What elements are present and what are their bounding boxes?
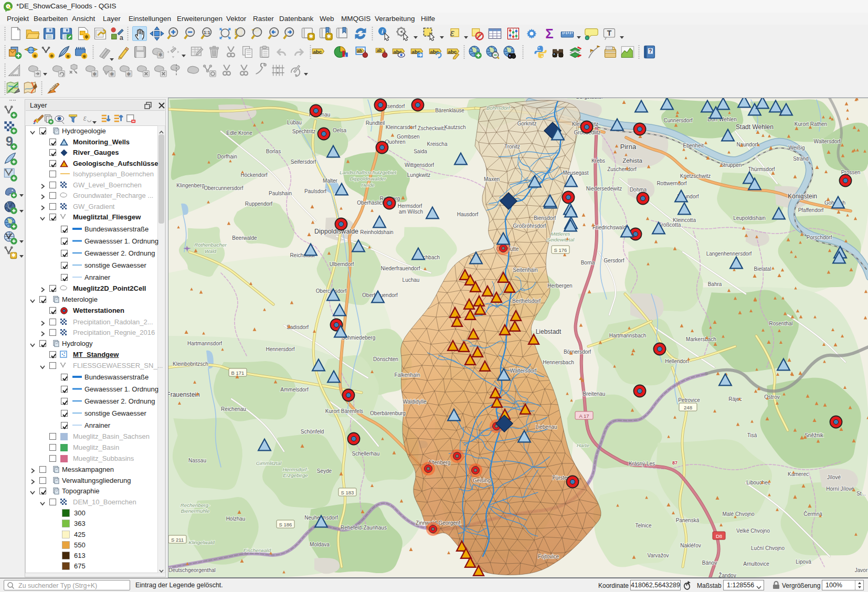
svg-text:ε: ε (83, 114, 87, 122)
svg-text:Stadt Wehlen: Stadt Wehlen (736, 123, 774, 131)
svg-text:Dohma: Dohma (630, 187, 647, 193)
svg-text:Žandov: Žandov (718, 572, 736, 578)
svg-text:Nassau: Nassau (188, 458, 206, 463)
svg-text:Geising: Geising (473, 478, 491, 483)
svg-text:Röthenbacher: Röthenbacher (194, 242, 227, 248)
svg-text:Bielatal: Bielatal (754, 266, 771, 272)
svg-text:Heide: Heide (361, 182, 375, 188)
svg-text:Varvažov: Varvažov (648, 553, 669, 558)
svg-text:Frauenstein: Frauenstein (168, 391, 200, 398)
svg-text:Hartmannsbach: Hartmannsbach (609, 333, 647, 339)
svg-text:87: 87 (672, 460, 678, 466)
svg-text:✱: ✱ (126, 71, 131, 77)
svg-text:Friedrichswalde: Friedrichswalde (592, 225, 629, 230)
svg-text:Markersbach: Markersbach (686, 336, 716, 342)
svg-text:Struppen: Struppen (721, 162, 742, 168)
svg-text:a: a (120, 34, 124, 41)
svg-text:Dorfhain: Dorfhain (217, 154, 237, 160)
svg-text:Rosenthal: Rosenthal (769, 321, 792, 326)
svg-text:Gersdorf: Gersdorf (604, 258, 624, 263)
svg-text:ab: ab (377, 48, 382, 53)
svg-text:Rottwerndorf: Rottwerndorf (657, 181, 686, 186)
svg-text:Liebstadt: Liebstadt (536, 328, 562, 335)
svg-text:Kurort Bärenfels: Kurort Bärenfels (325, 408, 363, 414)
svg-text:Bienermühle: Bienermühle (181, 508, 210, 514)
svg-text:Rundteil: Rundteil (366, 120, 385, 126)
svg-text:Ammelsdorf: Ammelsdorf (280, 387, 309, 393)
svg-text:Mittleres: Mittleres (551, 231, 570, 237)
svg-text:Luchau: Luchau (403, 277, 420, 283)
svg-text:Arnultovice: Arnultovice (743, 561, 769, 567)
svg-text:Meusegast: Meusegast (563, 170, 589, 176)
svg-text:Hellendorf: Hellendorf (665, 358, 689, 364)
svg-text:Reinholdshain: Reinholdshain (360, 229, 393, 235)
svg-text:Hermsdorf: Hermsdorf (398, 203, 422, 209)
svg-text:Lipová: Lipová (796, 559, 811, 565)
svg-text:Seidewitztal: Seidewitztal (547, 237, 575, 242)
svg-text:Tronitz: Tronitz (504, 144, 520, 150)
svg-text:S 176: S 176 (554, 247, 567, 253)
svg-text:Landschaftsschutzgebiet: Landschaftsschutzgebiet (340, 170, 397, 175)
svg-text:ε: ε (450, 27, 455, 38)
svg-text:Cunnersdorf: Cunnersdorf (663, 118, 692, 123)
svg-text:Waltersdorf: Waltersdorf (814, 139, 841, 144)
svg-text:Dippoldiswalde: Dippoldiswalde (314, 228, 358, 235)
svg-text:Seitenhain: Seitenhain (513, 267, 537, 273)
svg-text:?: ? (649, 48, 652, 54)
svg-text:Leupoldishain: Leupoldishain (733, 215, 766, 221)
svg-text:Dippoldiswalder: Dippoldiswalder (350, 176, 386, 182)
svg-text:Deutschgeorgenthal: Deutschgeorgenthal (168, 567, 216, 573)
svg-text:Gorknitz: Gorknitz (517, 121, 536, 126)
svg-text:Höckendorf: Höckendorf (240, 172, 267, 178)
svg-text:St...: St... (856, 491, 866, 496)
svg-text:Seyde: Seyde (317, 468, 332, 474)
svg-text:Lungkwitz: Lungkwitz (407, 172, 430, 178)
svg-text:Thürmsdorf: Thürmsdorf (748, 166, 775, 172)
svg-text:Zuschendorf: Zuschendorf (607, 166, 637, 172)
svg-text:Fojtovice: Fojtovice (538, 554, 559, 559)
svg-text:Fischerwald: Fischerwald (244, 547, 271, 553)
svg-text:Dönschten: Dönschten (373, 356, 398, 362)
svg-text:Petrovice: Petrovice (678, 397, 700, 403)
svg-text:Malter: Malter (323, 178, 337, 184)
svg-text:Schellerhau: Schellerhau (352, 451, 380, 457)
svg-text:B 171: B 171 (231, 370, 245, 376)
svg-text:S 211: S 211 (171, 537, 184, 543)
svg-text:Erzgebirge: Erzgebirge (283, 472, 308, 478)
svg-text:Paulshain: Paulshain (269, 191, 292, 196)
svg-text:Niederfrauendorf: Niederfrauendorf (380, 266, 420, 271)
svg-text:Quohren: Quohren (385, 139, 406, 145)
svg-text:Nakléřov: Nakléřov (680, 543, 701, 548)
svg-text:Kreischa: Kreischa (427, 141, 448, 147)
svg-text:Libouchec: Libouchec (746, 480, 770, 485)
svg-text:✱: ✱ (84, 34, 89, 40)
svg-text:Ruppendorf: Ruppendorf (245, 201, 272, 207)
svg-text:Harte: Harte (577, 442, 590, 448)
svg-text:Großröhrsdorf: Großröhrsdorf (513, 223, 546, 229)
svg-text:Borlas: Borlas (266, 149, 281, 154)
svg-text:Biensdorf: Biensdorf (534, 215, 556, 221)
svg-text:✱: ✱ (33, 54, 37, 59)
svg-text:Sněžnik: Sněžnik (805, 432, 824, 438)
svg-text:S 186: S 186 (279, 522, 292, 527)
svg-text:Gimmlitztal: Gimmlitztal (256, 460, 282, 466)
svg-text:248: 248 (684, 405, 692, 410)
svg-text:Rehefeld-Zaunhaus: Rehefeld-Zaunhaus (341, 525, 387, 531)
svg-text:Kurort Rathen: Kurort Rathen (795, 121, 827, 127)
svg-text:✱: ✱ (309, 33, 313, 39)
svg-text:Klingelwald: Klingelwald (188, 540, 215, 545)
svg-text:Zehista: Zehista (622, 157, 642, 164)
svg-text:Borna: Borna (581, 260, 595, 266)
svg-text:Berthelsdorf: Berthelsdorf (512, 298, 541, 304)
svg-text:Bohnsdorf: Bohnsdorf (486, 105, 511, 111)
svg-text:Krásný Les: Krásný Les (629, 461, 655, 467)
svg-text:✱: ✱ (82, 54, 87, 59)
svg-text:Ebenheit: Ebenheit (683, 143, 704, 149)
svg-text:Jílové: Jílové (827, 474, 841, 480)
svg-text:Breitenau: Breitenau (583, 391, 606, 397)
svg-text:Königstein: Königstein (788, 193, 817, 200)
svg-text:Panenská: Panenská (676, 517, 700, 523)
svg-text:Beerwalde: Beerwalde (232, 235, 257, 241)
svg-text:1:1: 1:1 (204, 30, 210, 35)
svg-text:Hermsdorf-: Hermsdorf- (283, 467, 309, 472)
